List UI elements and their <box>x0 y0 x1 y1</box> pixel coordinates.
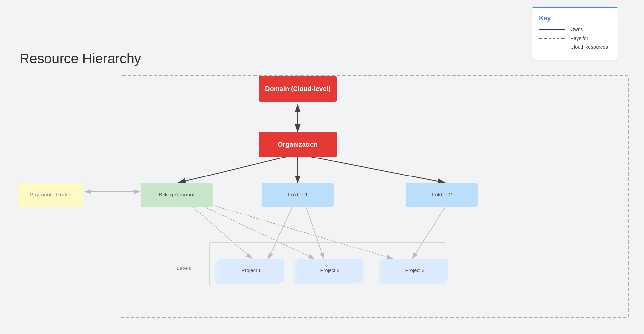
svg-line-14 <box>304 202 324 259</box>
labels-text: Labels <box>177 265 191 271</box>
svg-line-10 <box>187 201 252 259</box>
key-panel: Key Owns Pays for Cloud Resources <box>532 7 618 60</box>
node-folder2: Folder 2 <box>406 183 478 207</box>
node-project3: Project 3 <box>382 259 448 282</box>
svg-line-15 <box>412 202 448 259</box>
key-row-owns: Owns <box>539 27 608 32</box>
key-line-dashed <box>539 47 565 47</box>
key-row-pays: Pays for <box>539 35 608 41</box>
node-domain: Domain (Cloud-level) <box>259 76 337 102</box>
svg-line-6 <box>178 156 291 183</box>
node-organization: Organization <box>259 132 337 157</box>
node-payments-profile: Payments Profile <box>18 183 83 207</box>
key-line-dotted <box>539 38 565 39</box>
svg-line-12 <box>200 201 393 259</box>
node-project2: Project 2 <box>297 259 363 282</box>
page-title: Resource Hierarchy <box>20 51 141 66</box>
node-project1: Project 1 <box>219 259 284 282</box>
key-label-pays: Pays for <box>570 35 588 41</box>
key-row-cloud: Cloud Resources <box>539 44 608 50</box>
svg-line-11 <box>193 201 314 259</box>
node-billing-account: Billing Account <box>141 183 213 207</box>
key-label-cloud: Cloud Resources <box>570 44 608 50</box>
svg-line-8 <box>304 156 445 183</box>
node-folder1: Folder 1 <box>262 183 334 207</box>
svg-line-13 <box>268 202 295 259</box>
key-title: Key <box>539 14 608 22</box>
key-label-owns: Owns <box>570 27 583 32</box>
key-blue-bar <box>532 7 618 8</box>
key-line-solid <box>539 29 565 30</box>
